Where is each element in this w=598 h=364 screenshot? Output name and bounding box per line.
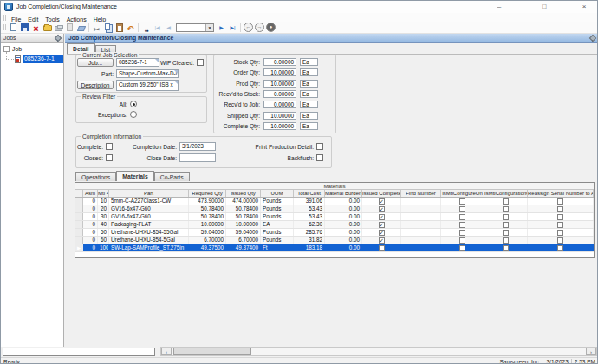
- close-button[interactable]: ×: [576, 2, 592, 12]
- grid-column-header[interactable]: IsMtlConfigureOn: [441, 190, 484, 197]
- reassign-serial-checkbox[interactable]: [557, 245, 563, 251]
- job-button[interactable]: Job...: [77, 58, 114, 67]
- row-selector-cell[interactable]: [75, 221, 83, 228]
- description-field[interactable]: Custom 59.250" ISB x: [116, 80, 179, 91]
- reassign-serial-checkbox[interactable]: [557, 214, 563, 220]
- scroll-thumb[interactable]: [173, 348, 251, 355]
- scroll-right-button[interactable]: ›: [586, 348, 596, 355]
- job-field[interactable]: 085236-7-1: [116, 58, 159, 67]
- issued-complete-checkbox[interactable]: [379, 237, 385, 244]
- nav-current-icon[interactable]: ●: [265, 23, 276, 33]
- wip-cleared-checkbox[interactable]: [197, 59, 204, 66]
- pin-icon[interactable]: [55, 36, 61, 42]
- record-combobox[interactable]: ▼: [176, 23, 214, 32]
- print-production-detail-checkbox[interactable]: [316, 143, 323, 150]
- uom-field[interactable]: Ea: [300, 68, 318, 76]
- is-mtl-configuration-on-checkbox[interactable]: [503, 214, 509, 220]
- quantity-value-field[interactable]: 0.00000: [263, 90, 296, 98]
- issued-complete-checkbox[interactable]: [379, 198, 385, 205]
- table-row[interactable]: 0105mm-C-A227Class1-CW473.90000474.00000…: [75, 198, 594, 205]
- next-record-icon[interactable]: ▶: [216, 23, 227, 33]
- issued-complete-checkbox[interactable]: [379, 245, 385, 251]
- all-radio[interactable]: [130, 101, 137, 107]
- row-selector-cell[interactable]: [75, 205, 83, 212]
- uom-field[interactable]: Ea: [300, 58, 318, 66]
- is-mtl-configuration-on-checkbox[interactable]: [503, 237, 509, 244]
- reassign-serial-checkbox[interactable]: [557, 206, 563, 212]
- grid-column-header[interactable]: Mtl ▲: [98, 190, 109, 197]
- tree-expander-icon[interactable]: −: [3, 46, 10, 52]
- table-row[interactable]: 030GV16-6x47-G6050.7840050.78400Pounds53…: [75, 213, 594, 221]
- maximize-button[interactable]: □: [536, 2, 552, 12]
- grid-column-header[interactable]: Required Qty: [189, 190, 226, 197]
- uom-field[interactable]: Ea: [300, 101, 318, 108]
- is-mtl-configuration-on-checkbox[interactable]: [503, 230, 509, 236]
- is-mtl-configuration-on-checkbox[interactable]: [503, 222, 509, 228]
- issued-complete-checkbox[interactable]: [379, 230, 385, 236]
- uom-field[interactable]: Ea: [300, 112, 318, 120]
- is-mtl-configure-on-checkbox[interactable]: [459, 237, 465, 244]
- description-button[interactable]: Description: [77, 81, 114, 89]
- grid-column-header[interactable]: Material Burden: [325, 190, 362, 197]
- reassign-serial-checkbox[interactable]: [557, 237, 563, 244]
- save-icon[interactable]: [19, 23, 30, 33]
- uom-field[interactable]: Ea: [300, 122, 318, 130]
- quantity-value-field[interactable]: 10.00000: [263, 80, 296, 88]
- grid-horizontal-scrollbar[interactable]: ‹ ›: [160, 347, 597, 356]
- copy-icon[interactable]: [102, 23, 114, 33]
- reassign-serial-checkbox[interactable]: [557, 198, 563, 205]
- paste-icon[interactable]: [114, 23, 125, 33]
- scroll-left-button[interactable]: ‹: [161, 348, 172, 355]
- table-row[interactable]: 020GV16-6x47-G6050.7840050.78400Pounds53…: [75, 205, 594, 213]
- closed-checkbox[interactable]: [106, 154, 113, 161]
- grid-column-header[interactable]: UOM: [261, 190, 294, 197]
- clear-icon[interactable]: [75, 23, 87, 33]
- is-mtl-configure-on-checkbox[interactable]: [459, 198, 465, 205]
- table-row[interactable]: ▶0100SW-Lap-SAMProfile_ST.275in49.375004…: [75, 244, 594, 252]
- issued-complete-checkbox[interactable]: [379, 206, 385, 212]
- is-mtl-configuration-on-checkbox[interactable]: [503, 206, 509, 212]
- grid-column-header[interactable]: Reassign Serial Number to Assemb: [528, 190, 594, 197]
- tree-node-job[interactable]: 085236-7-1: [23, 55, 63, 63]
- grid-column-header[interactable]: Find Number: [401, 190, 441, 197]
- row-selector-cell[interactable]: [75, 198, 83, 205]
- is-mtl-configure-on-checkbox[interactable]: [459, 222, 465, 228]
- delete-icon[interactable]: [30, 23, 42, 33]
- reassign-serial-checkbox[interactable]: [557, 230, 563, 236]
- nav-forward-icon[interactable]: →: [254, 23, 265, 33]
- previous-record-icon[interactable]: ◀: [163, 23, 174, 33]
- undo-icon[interactable]: [125, 23, 136, 33]
- row-selector-cell[interactable]: [75, 213, 83, 220]
- row-selector-cell[interactable]: [75, 229, 83, 236]
- issued-complete-checkbox[interactable]: [379, 214, 385, 220]
- attachment-icon[interactable]: [64, 23, 75, 33]
- folder-icon[interactable]: [42, 23, 53, 33]
- new-icon[interactable]: [8, 23, 19, 33]
- quantity-value-field[interactable]: 10.00000: [263, 68, 296, 76]
- minimize-button[interactable]: –: [491, 2, 507, 12]
- is-mtl-configuration-on-checkbox[interactable]: [503, 198, 509, 205]
- quantity-value-field[interactable]: 10.00000: [263, 122, 296, 130]
- row-selector-cell[interactable]: ▶: [75, 244, 83, 251]
- tab-operations[interactable]: Operations: [75, 172, 116, 181]
- is-mtl-configure-on-checkbox[interactable]: [459, 245, 465, 251]
- grid-column-header[interactable]: Total Cost: [294, 190, 325, 197]
- first-record-icon[interactable]: |◀: [152, 23, 163, 33]
- grid-column-header[interactable]: IsMtlConfigurationOn: [484, 190, 528, 197]
- tab-materials[interactable]: Materials: [116, 171, 153, 181]
- find-icon[interactable]: [140, 23, 152, 33]
- is-mtl-configure-on-checkbox[interactable]: [459, 214, 465, 220]
- part-field[interactable]: Shape-Custom-Max-D-0: [116, 69, 179, 78]
- uom-field[interactable]: Ea: [300, 90, 318, 98]
- pin-icon[interactable]: [589, 36, 595, 42]
- nav-back-icon[interactable]: ←: [243, 23, 254, 33]
- close-date-field[interactable]: [179, 153, 216, 162]
- chevron-down-icon[interactable]: ▼: [205, 24, 213, 31]
- quantity-value-field[interactable]: 10.00000: [263, 112, 296, 120]
- table-row[interactable]: 060Urethane-UHXU-854-5Gal6.700006.70000P…: [75, 237, 594, 244]
- quantity-value-field[interactable]: 0.00000: [263, 101, 296, 108]
- row-selector-cell[interactable]: [75, 237, 83, 244]
- tree-root-node[interactable]: Job: [12, 46, 22, 52]
- print-icon[interactable]: [53, 23, 64, 33]
- backflush-checkbox[interactable]: [316, 154, 323, 161]
